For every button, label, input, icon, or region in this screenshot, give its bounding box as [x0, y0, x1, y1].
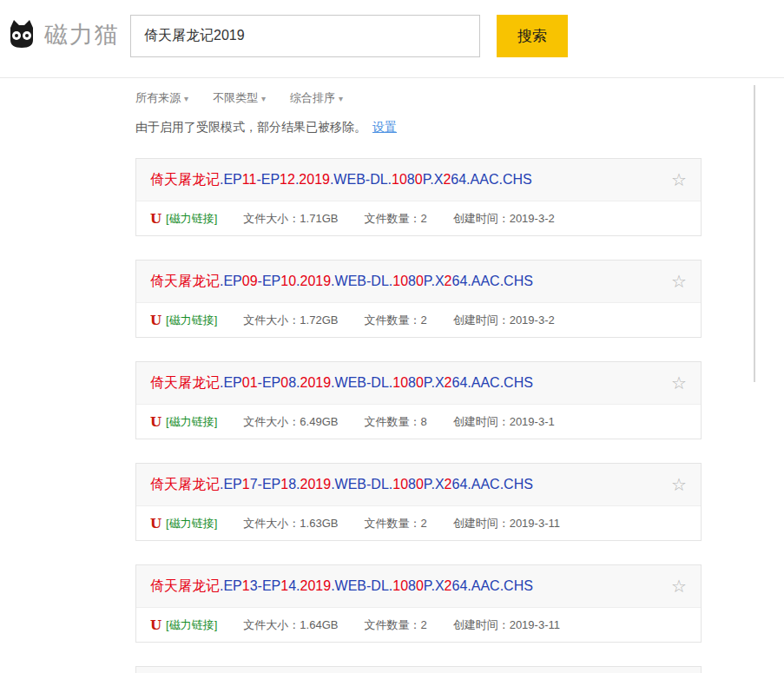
result-info-row: U [磁力链接] 文件大小：6.49GB 文件数量：8 创建时间：2019-3-… [136, 405, 701, 439]
page: 磁力猫 搜索 所有来源 ▾ 不限类型 ▾ 综合排序 ▾ 由于启用了受限模式，部分… [0, 0, 784, 673]
filter-source-dropdown[interactable]: 所有来源 ▾ [135, 90, 188, 106]
filter-type-dropdown[interactable]: 不限类型 ▾ [213, 90, 266, 106]
magnet-link[interactable]: U [磁力链接] [150, 313, 217, 328]
result-title-link[interactable]: 倚天屠龙记.EP13-EP14.2019.WEB-DL.1080P.X264.A… [150, 577, 533, 596]
create-time: 创建时间：2019-3-11 [453, 617, 560, 633]
title-text: P.X [424, 578, 445, 593]
magnet-link-label: [磁力链接] [166, 617, 217, 633]
file-count: 文件数量：2 [364, 313, 426, 328]
result-title-link[interactable]: 倚天屠龙记.EP09-EP10.2019.WEB-DL.1080P.X264.A… [150, 273, 533, 291]
star-icon[interactable]: ☆ [671, 476, 687, 493]
title-text: .WEB-DL. [331, 477, 392, 492]
title-highlight: 0 [416, 375, 424, 390]
title-highlight: 0 [416, 274, 424, 288]
result-title-row: 倚天屠龙记.EP11-EP12.2019.WEB-DL.1080P.X264.A… [136, 159, 701, 201]
result-title-link[interactable]: 倚天屠龙记.EP17-EP18.2019.WEB-DL.1080P.X264.A… [150, 476, 533, 494]
title-text: 64.AAC.CHS [451, 375, 532, 390]
file-size: 文件大小：1.63GB [243, 516, 338, 531]
result-info-row: U [磁力链接] 文件大小：1.63GB 文件数量：2 创建时间：2019-3-… [136, 506, 701, 540]
title-text: .WEB-DL. [331, 578, 392, 593]
search-button[interactable]: 搜索 [497, 15, 568, 57]
filter-type-label: 不限类型 [213, 90, 258, 106]
title-text: 64.AAC.CHS [451, 172, 531, 187]
magnet-link[interactable]: U [磁力链接] [150, 516, 217, 531]
title-text: P.X [424, 477, 445, 492]
title-text: 3-EP [250, 578, 281, 593]
title-highlight: 1 [280, 578, 288, 593]
title-highlight: 2 [445, 578, 452, 593]
restricted-mode-notice: 由于启用了受限模式，部分结果已被移除。设置 [135, 120, 702, 135]
star-icon[interactable]: ☆ [671, 171, 687, 188]
title-highlight: 倚天屠龙记 [150, 477, 220, 492]
title-highlight: 1 [242, 578, 250, 593]
magnet-link[interactable]: U [磁力链接] [150, 211, 217, 227]
magnet-link-label: [磁力链接] [166, 211, 217, 227]
title-text: 8 [407, 172, 415, 187]
result-title-row: 倚天屠龙记.EP09-EP10.2019.WEB-DL.1080P.X264.A… [136, 261, 701, 303]
title-highlight: 0 [416, 578, 424, 593]
title-text: -EP [258, 274, 281, 288]
file-size: 文件大小：6.49GB [243, 414, 338, 430]
title-highlight: 0 [416, 477, 424, 492]
title-highlight: 10 [280, 274, 296, 288]
title-text: 8 [408, 578, 416, 593]
result-title-row: 倚天屠龙记.EP13-EP14.2019.WEB-DL.1080P.X264.A… [136, 565, 701, 608]
title-highlight: 0 [415, 172, 423, 187]
caret-down-icon: ▾ [339, 94, 343, 103]
title-highlight: 1 [280, 477, 288, 492]
star-icon[interactable]: ☆ [671, 374, 687, 392]
create-time: 创建时间：2019-3-11 [453, 516, 560, 531]
magnet-link[interactable]: U [磁力链接] [150, 414, 217, 430]
title-highlight: 10 [392, 578, 408, 593]
result-title-link[interactable]: 倚天屠龙记.EP01-EP08.2019.WEB-DL.1080P.X264.A… [150, 374, 533, 393]
title-highlight: 倚天屠龙记 [150, 274, 220, 288]
filter-sort-dropdown[interactable]: 综合排序 ▾ [290, 90, 343, 106]
title-highlight: 2019 [299, 172, 330, 187]
title-text: P.X [424, 274, 445, 288]
title-highlight: 2019 [300, 578, 332, 593]
title-text: 8 [408, 274, 416, 288]
header: 磁力猫 搜索 [0, 0, 784, 78]
result-title-row: 倚天屠龙记.EP01-EP08.2019.WEB-DL.1080P.X264.A… [136, 362, 701, 405]
main-content: 所有来源 ▾ 不限类型 ▾ 综合排序 ▾ 由于启用了受限模式，部分结果已被移除。… [135, 78, 702, 673]
notice-text: 由于启用了受限模式，部分结果已被移除。 [135, 120, 366, 134]
result-info-row: U [磁力链接] 文件大小：1.72GB 文件数量：2 创建时间：2019-3-… [136, 303, 701, 337]
title-highlight: 0 [280, 375, 288, 390]
result-card: 倚天屠龙记.EP01-EP08.2019.WEB-DL.1080P.X264.A… [135, 361, 702, 439]
magnet-link-label: [磁力链接] [166, 313, 217, 328]
caret-down-icon: ▾ [261, 94, 266, 103]
star-icon[interactable]: ☆ [671, 577, 687, 595]
title-highlight: 11 [242, 172, 257, 187]
title-highlight: 倚天屠龙记 [150, 578, 220, 593]
title-text: .WEB-DL. [330, 172, 392, 187]
file-size: 文件大小：1.72GB [243, 313, 338, 328]
title-highlight: 12 [280, 172, 295, 187]
magnet-link-label: [磁力链接] [166, 414, 217, 430]
title-highlight: 10 [392, 172, 407, 187]
title-text: 8 [408, 477, 416, 492]
search-input[interactable] [130, 15, 480, 57]
title-text: .EP [220, 578, 242, 593]
result-title-row [136, 667, 701, 673]
magnet-link[interactable]: U [磁力链接] [150, 617, 217, 633]
title-highlight: 2 [445, 477, 452, 492]
result-title-link[interactable]: 倚天屠龙记.EP11-EP12.2019.WEB-DL.1080P.X264.A… [150, 171, 532, 189]
magnet-u-icon: U [150, 617, 161, 633]
title-text: 4. [288, 578, 300, 593]
title-highlight: 倚天屠龙记 [150, 172, 220, 187]
star-icon[interactable]: ☆ [671, 273, 687, 290]
settings-link[interactable]: 设置 [372, 120, 397, 134]
title-text: .WEB-DL. [331, 375, 392, 390]
title-highlight: 10 [392, 274, 408, 288]
title-highlight: 2019 [300, 274, 332, 288]
brand-logo[interactable]: 磁力猫 [7, 19, 120, 50]
result-title-row: 倚天屠龙记.EP17-EP18.2019.WEB-DL.1080P.X264.A… [136, 464, 701, 506]
create-time: 创建时间：2019-3-1 [453, 414, 555, 430]
file-count: 文件数量：2 [364, 516, 426, 531]
title-text: .EP [220, 274, 242, 288]
results-list: 倚天屠龙记.EP11-EP12.2019.WEB-DL.1080P.X264.A… [135, 158, 702, 643]
title-text: 64.AAC.CHS [452, 578, 533, 593]
caret-down-icon: ▾ [184, 94, 188, 103]
title-text: P.X [423, 172, 444, 187]
scrollbar-thumb[interactable] [754, 85, 755, 382]
